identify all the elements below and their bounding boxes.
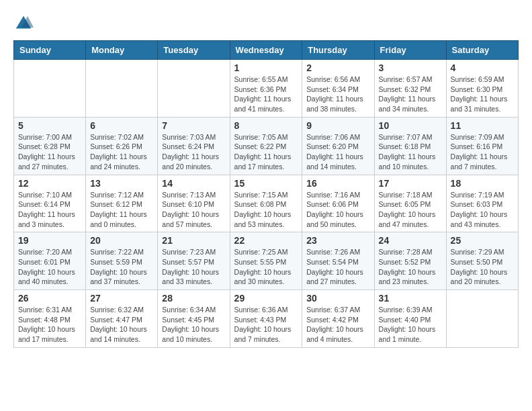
day-info: Sunrise: 7:10 AM Sunset: 6:14 PM Dayligh… (18, 190, 81, 230)
day-number: 9 (306, 120, 369, 131)
day-number: 14 (162, 178, 225, 189)
day-info: Sunrise: 7:29 AM Sunset: 5:50 PM Dayligh… (451, 247, 514, 287)
weekday-header-tuesday: Tuesday (158, 41, 230, 60)
day-number: 10 (379, 120, 442, 131)
day-info: Sunrise: 7:20 AM Sunset: 6:01 PM Dayligh… (18, 247, 81, 287)
calendar-cell (86, 60, 158, 118)
calendar-cell: 24Sunrise: 7:28 AM Sunset: 5:52 PM Dayli… (374, 232, 446, 290)
weekday-header-monday: Monday (86, 41, 158, 60)
day-number: 19 (18, 235, 81, 246)
calendar-cell: 12Sunrise: 7:10 AM Sunset: 6:14 PM Dayli… (14, 175, 86, 232)
day-number: 23 (306, 235, 369, 246)
day-number: 21 (162, 235, 225, 246)
day-number: 15 (234, 178, 298, 189)
day-info: Sunrise: 6:32 AM Sunset: 4:47 PM Dayligh… (90, 305, 153, 345)
day-number: 7 (162, 120, 225, 131)
day-info: Sunrise: 7:07 AM Sunset: 6:18 PM Dayligh… (379, 132, 442, 172)
day-info: Sunrise: 7:03 AM Sunset: 6:24 PM Dayligh… (162, 132, 225, 172)
weekday-header-saturday: Saturday (446, 41, 518, 60)
calendar-cell: 25Sunrise: 7:29 AM Sunset: 5:50 PM Dayli… (446, 232, 518, 290)
calendar-week-row: 1Sunrise: 6:55 AM Sunset: 6:36 PM Daylig… (14, 60, 519, 118)
day-number: 3 (379, 62, 442, 73)
page-header (13, 13, 519, 34)
day-number: 30 (306, 293, 369, 304)
calendar-cell: 16Sunrise: 7:16 AM Sunset: 6:06 PM Dayli… (302, 175, 374, 232)
calendar-cell: 22Sunrise: 7:25 AM Sunset: 5:55 PM Dayli… (230, 232, 302, 290)
weekday-header-thursday: Thursday (302, 41, 374, 60)
day-number: 28 (162, 293, 225, 304)
calendar-cell: 14Sunrise: 7:13 AM Sunset: 6:10 PM Dayli… (158, 175, 230, 232)
calendar-cell: 10Sunrise: 7:07 AM Sunset: 6:18 PM Dayli… (374, 117, 446, 175)
day-number: 31 (379, 293, 442, 304)
calendar-cell: 26Sunrise: 6:31 AM Sunset: 4:48 PM Dayli… (14, 290, 86, 348)
calendar-cell: 30Sunrise: 6:37 AM Sunset: 4:42 PM Dayli… (302, 290, 374, 348)
calendar-cell: 5Sunrise: 7:00 AM Sunset: 6:28 PM Daylig… (14, 117, 86, 175)
calendar-cell: 7Sunrise: 7:03 AM Sunset: 6:24 PM Daylig… (158, 117, 230, 175)
calendar-cell: 1Sunrise: 6:55 AM Sunset: 6:36 PM Daylig… (230, 60, 302, 118)
day-number: 16 (306, 178, 369, 189)
day-number: 1 (234, 62, 298, 73)
day-info: Sunrise: 7:15 AM Sunset: 6:08 PM Dayligh… (234, 190, 298, 230)
calendar-cell: 19Sunrise: 7:20 AM Sunset: 6:01 PM Dayli… (14, 232, 86, 290)
calendar-week-row: 5Sunrise: 7:00 AM Sunset: 6:28 PM Daylig… (14, 117, 519, 175)
day-info: Sunrise: 6:57 AM Sunset: 6:32 PM Dayligh… (379, 75, 442, 114)
calendar-week-row: 26Sunrise: 6:31 AM Sunset: 4:48 PM Dayli… (14, 290, 519, 348)
calendar-cell: 6Sunrise: 7:02 AM Sunset: 6:26 PM Daylig… (86, 117, 158, 175)
day-number: 4 (451, 62, 514, 73)
day-info: Sunrise: 6:36 AM Sunset: 4:43 PM Dayligh… (234, 305, 298, 345)
day-number: 17 (379, 178, 442, 189)
day-info: Sunrise: 6:56 AM Sunset: 6:34 PM Dayligh… (306, 75, 369, 114)
day-info: Sunrise: 6:37 AM Sunset: 4:42 PM Dayligh… (306, 305, 369, 345)
day-number: 20 (90, 235, 153, 246)
day-info: Sunrise: 7:23 AM Sunset: 5:57 PM Dayligh… (162, 247, 225, 287)
calendar-cell: 20Sunrise: 7:22 AM Sunset: 5:59 PM Dayli… (86, 232, 158, 290)
day-info: Sunrise: 7:26 AM Sunset: 5:54 PM Dayligh… (306, 247, 369, 287)
calendar-cell: 27Sunrise: 6:32 AM Sunset: 4:47 PM Dayli… (86, 290, 158, 348)
day-info: Sunrise: 7:05 AM Sunset: 6:22 PM Dayligh… (234, 132, 298, 172)
calendar-cell: 11Sunrise: 7:09 AM Sunset: 6:16 PM Dayli… (446, 117, 518, 175)
calendar-cell: 21Sunrise: 7:23 AM Sunset: 5:57 PM Dayli… (158, 232, 230, 290)
calendar-week-row: 19Sunrise: 7:20 AM Sunset: 6:01 PM Dayli… (14, 232, 519, 290)
calendar-cell: 13Sunrise: 7:12 AM Sunset: 6:12 PM Dayli… (86, 175, 158, 232)
logo (13, 13, 36, 34)
day-info: Sunrise: 7:22 AM Sunset: 5:59 PM Dayligh… (90, 247, 153, 287)
calendar-cell: 4Sunrise: 6:59 AM Sunset: 6:30 PM Daylig… (446, 60, 518, 118)
calendar-cell: 18Sunrise: 7:19 AM Sunset: 6:03 PM Dayli… (446, 175, 518, 232)
day-info: Sunrise: 7:28 AM Sunset: 5:52 PM Dayligh… (379, 247, 442, 287)
day-number: 22 (234, 235, 298, 246)
day-number: 2 (306, 62, 369, 73)
day-number: 29 (234, 293, 298, 304)
calendar-cell: 29Sunrise: 6:36 AM Sunset: 4:43 PM Dayli… (230, 290, 302, 348)
logo-icon (13, 13, 34, 34)
day-info: Sunrise: 7:18 AM Sunset: 6:05 PM Dayligh… (379, 190, 442, 230)
day-info: Sunrise: 7:06 AM Sunset: 6:20 PM Dayligh… (306, 132, 369, 172)
calendar-table: SundayMondayTuesdayWednesdayThursdayFrid… (13, 40, 519, 348)
day-info: Sunrise: 7:16 AM Sunset: 6:06 PM Dayligh… (306, 190, 369, 230)
day-number: 24 (379, 235, 442, 246)
day-info: Sunrise: 7:25 AM Sunset: 5:55 PM Dayligh… (234, 247, 298, 287)
day-number: 5 (18, 120, 81, 131)
calendar-cell: 2Sunrise: 6:56 AM Sunset: 6:34 PM Daylig… (302, 60, 374, 118)
calendar-cell: 28Sunrise: 6:34 AM Sunset: 4:45 PM Dayli… (158, 290, 230, 348)
calendar-cell (14, 60, 86, 118)
calendar-cell: 8Sunrise: 7:05 AM Sunset: 6:22 PM Daylig… (230, 117, 302, 175)
day-number: 27 (90, 293, 153, 304)
day-number: 26 (18, 293, 81, 304)
day-info: Sunrise: 6:31 AM Sunset: 4:48 PM Dayligh… (18, 305, 81, 345)
day-info: Sunrise: 7:12 AM Sunset: 6:12 PM Dayligh… (90, 190, 153, 230)
day-number: 13 (90, 178, 153, 189)
calendar-cell: 3Sunrise: 6:57 AM Sunset: 6:32 PM Daylig… (374, 60, 446, 118)
calendar-cell (158, 60, 230, 118)
calendar-cell: 31Sunrise: 6:39 AM Sunset: 4:40 PM Dayli… (374, 290, 446, 348)
day-number: 12 (18, 178, 81, 189)
calendar-cell (446, 290, 518, 348)
day-number: 8 (234, 120, 298, 131)
calendar-cell: 9Sunrise: 7:06 AM Sunset: 6:20 PM Daylig… (302, 117, 374, 175)
day-info: Sunrise: 7:00 AM Sunset: 6:28 PM Dayligh… (18, 132, 81, 172)
day-info: Sunrise: 7:13 AM Sunset: 6:10 PM Dayligh… (162, 190, 225, 230)
weekday-header-wednesday: Wednesday (230, 41, 302, 60)
day-info: Sunrise: 6:39 AM Sunset: 4:40 PM Dayligh… (379, 305, 442, 345)
day-number: 6 (90, 120, 153, 131)
calendar-week-row: 12Sunrise: 7:10 AM Sunset: 6:14 PM Dayli… (14, 175, 519, 232)
day-info: Sunrise: 7:19 AM Sunset: 6:03 PM Dayligh… (451, 190, 514, 230)
